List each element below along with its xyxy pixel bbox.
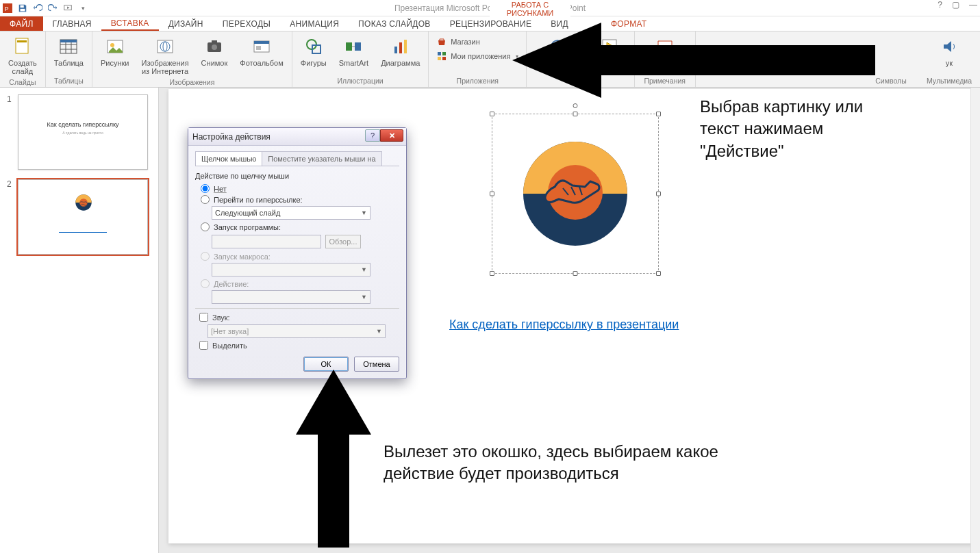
resize-handle-se[interactable] <box>656 271 661 276</box>
cancel-button[interactable]: Отмена <box>354 357 399 372</box>
comment-button[interactable]: Примечание <box>640 34 690 68</box>
new-slide-icon <box>12 36 34 57</box>
svg-rect-28 <box>394 47 397 53</box>
action-settings-dialog: Настройка действия ? ✕ Щелчок мышью Поме… <box>188 127 407 379</box>
action-button[interactable]: Действие <box>590 34 629 68</box>
svg-rect-23 <box>256 46 261 50</box>
customize-qat-icon[interactable]: ▾ <box>75 1 90 16</box>
run-program-field <box>212 235 321 248</box>
radio-run-program[interactable]: Запуск программы: <box>201 222 399 231</box>
slide-thumbnails-panel[interactable]: 1 Как сделать гиперссылку А сделать ведь… <box>0 88 159 553</box>
start-slideshow-icon[interactable] <box>60 1 75 16</box>
svg-rect-22 <box>254 41 269 44</box>
chevron-down-icon: ▼ <box>376 328 382 335</box>
slide-hyperlink-text[interactable]: Как сделать гиперссылку в презентации <box>449 318 679 332</box>
svg-rect-15 <box>158 40 173 53</box>
svg-rect-33 <box>438 57 441 60</box>
dialog-close-button[interactable]: ✕ <box>380 129 403 142</box>
dialog-help-button[interactable]: ? <box>365 129 380 142</box>
new-slide-button[interactable]: Создать слайд <box>5 34 40 77</box>
radio-none[interactable]: Нет <box>201 184 399 193</box>
hyperlink-combo[interactable]: Следующий слайд▼ <box>212 206 370 220</box>
checkbox-sound[interactable]: Звук: <box>199 313 399 322</box>
dialog-tab-click[interactable]: Щелчок мышью <box>195 151 262 166</box>
tab-transitions[interactable]: ПЕРЕХОДЫ <box>213 16 280 31</box>
my-apps-button[interactable]: Мои приложения▾ <box>434 50 520 62</box>
chart-icon <box>390 36 412 57</box>
app-icon[interactable]: P <box>0 1 15 16</box>
annotation-text-bottom: Вылезет это окошко, здесь выбираем какое… <box>384 441 740 485</box>
screenshot-button[interactable]: Снимок <box>199 34 231 68</box>
save-icon[interactable] <box>15 1 30 16</box>
minimize-icon[interactable]: — <box>969 0 977 10</box>
checkbox-sound-input[interactable] <box>199 313 208 322</box>
tab-file[interactable]: ФАЙЛ <box>0 16 43 31</box>
radio-run-input[interactable] <box>201 222 210 231</box>
slide-thumb-2[interactable] <box>18 179 148 255</box>
photo-album-icon <box>251 36 273 57</box>
group-comments-label: Примечания <box>644 75 686 87</box>
tab-insert[interactable]: ВСТАВКА <box>101 16 159 31</box>
dialog-group-title: Действие по щелчку мыши <box>195 172 399 180</box>
action-combo: ▼ <box>212 290 370 304</box>
photo-album-button[interactable]: Фотоальбом <box>237 34 286 68</box>
online-pictures-button[interactable]: Изображения из Интернета <box>138 34 191 77</box>
table-button[interactable]: Таблица <box>51 34 86 68</box>
ok-button[interactable]: ОК <box>303 357 349 372</box>
redo-icon[interactable] <box>45 1 60 16</box>
resize-handle-w[interactable] <box>490 192 494 196</box>
svg-rect-32 <box>442 52 446 55</box>
hyperlink-button[interactable]: Гиперссылка <box>532 34 583 68</box>
audio-button[interactable]: ук <box>935 34 963 68</box>
ribbon-display-icon[interactable]: ▢ <box>952 0 959 10</box>
group-images-label: Изображения <box>169 77 214 88</box>
hyperlink-icon <box>546 36 568 57</box>
pictures-icon <box>104 36 126 57</box>
radio-action-input <box>201 279 210 288</box>
resize-handle-nw[interactable] <box>490 112 494 116</box>
browse-button: Обзор... <box>325 235 361 248</box>
help-icon[interactable]: ? <box>938 0 942 10</box>
dialog-tab-hover[interactable]: Поместите указатель мыши на <box>262 151 382 166</box>
resize-handle-ne[interactable] <box>656 112 661 116</box>
undo-icon[interactable] <box>30 1 45 16</box>
group-links-label: Ссылки <box>568 75 593 87</box>
group-slides-label: Слайды <box>9 77 36 88</box>
chevron-down-icon: ▼ <box>361 294 367 300</box>
smartart-button[interactable]: SmartArt <box>336 34 371 68</box>
tab-animation[interactable]: АНИМАЦИЯ <box>280 16 349 31</box>
tab-format[interactable]: ФОРМАТ <box>601 16 657 31</box>
tab-design[interactable]: ДИЗАЙН <box>159 16 213 31</box>
radio-hyperlink-input[interactable] <box>201 195 210 204</box>
vertical-scrollbar[interactable] <box>970 88 980 553</box>
resize-handle-sw[interactable] <box>490 271 494 276</box>
tab-review[interactable]: РЕЦЕНЗИРОВАНИЕ <box>440 16 542 31</box>
online-pictures-icon <box>154 36 176 57</box>
shapes-button[interactable]: Фигуры <box>298 34 329 68</box>
resize-handle-e[interactable] <box>656 192 661 196</box>
shaka-logo-icon <box>520 139 630 248</box>
pictures-button[interactable]: Рисунки <box>98 34 132 68</box>
resize-handle-s[interactable] <box>573 271 578 276</box>
svg-rect-12 <box>60 40 77 42</box>
chart-button[interactable]: Диаграмма <box>378 34 423 68</box>
slide-thumb-1[interactable]: Как сделать гиперссылку А сделать ведь н… <box>18 94 148 170</box>
table-icon <box>58 36 79 57</box>
store-button[interactable]: Магазин <box>434 36 520 48</box>
radio-none-input[interactable] <box>201 184 210 193</box>
annotation-text-top: Выбрав картинку или текст нажимаем "Дейс… <box>700 96 905 162</box>
resize-handle-n[interactable] <box>573 112 578 116</box>
radio-hyperlink[interactable]: Перейти по гиперссылке: <box>201 195 399 204</box>
tab-slideshow[interactable]: ПОКАЗ СЛАЙДОВ <box>349 16 440 31</box>
audio-icon <box>938 36 960 57</box>
group-symbols-label: Символы <box>875 75 906 87</box>
radio-macro: Запуск макроса: <box>201 252 399 261</box>
selected-picture[interactable] <box>492 114 659 274</box>
checkbox-highlight-input[interactable] <box>199 341 208 350</box>
tab-view[interactable]: ВИД <box>541 16 578 31</box>
svg-point-19 <box>212 44 217 50</box>
tab-home[interactable]: ГЛАВНАЯ <box>43 16 101 31</box>
rotate-handle[interactable] <box>573 103 578 108</box>
dialog-titlebar[interactable]: Настройка действия ? ✕ <box>188 128 406 146</box>
checkbox-highlight[interactable]: Выделить <box>199 341 399 350</box>
